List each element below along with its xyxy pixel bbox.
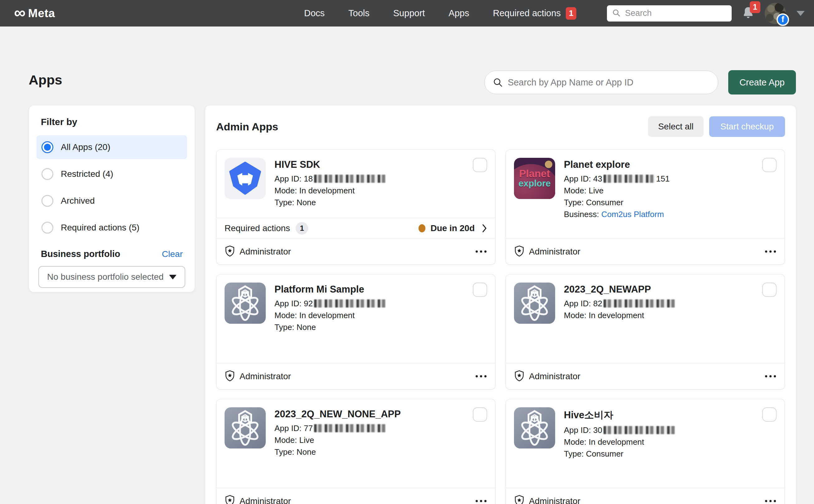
chevron-right-icon [482, 224, 487, 233]
more-options-button[interactable] [475, 497, 487, 504]
page-title: Apps [29, 72, 62, 88]
notifications-badge: 1 [750, 1, 760, 13]
more-options-button[interactable] [764, 372, 777, 380]
facebook-badge-icon: f [777, 13, 789, 26]
app-card: Platform Mi SampleApp ID: 92Mode: In dev… [216, 274, 496, 390]
app-select-checkbox[interactable] [473, 283, 487, 297]
required-actions-left: Required actions1 [225, 222, 308, 235]
notifications-button[interactable]: 1 [741, 6, 755, 21]
role-label: Administrator [240, 496, 291, 504]
app-name: 2023_2Q_NEWAPP [564, 284, 675, 295]
meta-logo[interactable]: ∞ Meta [14, 5, 55, 22]
admin-role: Administrator [225, 245, 291, 258]
business-portfolio-select[interactable]: No business portfolio selected [38, 266, 185, 288]
app-name: Platform Mi Sample [274, 284, 386, 295]
app-card-footer: Administrator [506, 488, 785, 504]
app-select-checkbox[interactable] [473, 158, 487, 172]
app-business: Business: Com2us Platform [564, 210, 670, 219]
search-icon [612, 8, 621, 18]
profile-menu[interactable]: f [765, 3, 786, 24]
required-actions-badge: 1 [566, 7, 576, 20]
more-options-button[interactable] [764, 247, 777, 256]
app-card-top: Platform Mi SampleApp ID: 92Mode: In dev… [216, 274, 495, 363]
app-id-redacted [314, 299, 386, 308]
required-actions-due: Due in 20d [419, 223, 487, 233]
admin-role: Administrator [514, 370, 580, 383]
nav-link-docs[interactable]: Docs [304, 8, 325, 18]
filter-option-2[interactable]: Archived [36, 189, 187, 213]
app-id-redacted [314, 424, 386, 432]
more-options-button[interactable] [475, 372, 487, 380]
filter-option-3[interactable]: Required actions (5) [36, 216, 187, 240]
app-mode: Mode: In development [564, 311, 675, 320]
navbar-search-input[interactable] [625, 8, 727, 18]
nav-link-apps[interactable]: Apps [448, 8, 469, 18]
app-card-top: HIVE SDKApp ID: 18Mode: In developmentTy… [216, 150, 495, 218]
admin-apps-title: Admin Apps [216, 121, 278, 133]
shield-star-icon [225, 370, 235, 383]
app-info: 2023_2Q_NEWAPPApp ID: 82Mode: In develop… [564, 283, 675, 322]
app-id-text: App ID: 82 [564, 299, 602, 308]
app-select-checkbox[interactable] [762, 283, 777, 297]
navbar-search[interactable] [607, 5, 732, 22]
admin-role: Administrator [514, 245, 580, 258]
app-mode: Mode: Live [274, 435, 401, 445]
app-card-top: 2023_2Q_NEW_NONE_APPApp ID: 77Mode: Live… [216, 399, 495, 488]
app-name: Planet explore [564, 159, 670, 170]
chevron-right-icon [482, 224, 487, 233]
create-app-button[interactable]: Create App [728, 70, 796, 95]
shield-star-icon [225, 495, 235, 504]
app-id-line: App ID: 18 [274, 174, 386, 184]
nav-link-tools[interactable]: Tools [348, 8, 370, 18]
admin-role: Administrator [514, 495, 580, 504]
navbar-right: 1 f [607, 3, 805, 24]
filter-option-1[interactable]: Restricted (4) [36, 162, 187, 186]
meta-infinity-icon: ∞ [14, 4, 26, 21]
nav-link-required-actions[interactable]: Required actions 1 [493, 7, 576, 20]
app-select-checkbox[interactable] [473, 407, 487, 422]
default-app-icon [225, 407, 266, 448]
required-actions-row[interactable]: Required actions1Due in 20d [216, 218, 495, 238]
shield-star-icon [514, 245, 525, 257]
app-card-top: 2023_2Q_NEWAPPApp ID: 82Mode: In develop… [506, 274, 785, 363]
more-options-button[interactable] [764, 497, 777, 504]
app-info: Hive소비자App ID: 30Mode: In developmentTyp… [564, 407, 675, 461]
profile-caret-icon[interactable] [797, 11, 805, 16]
nav-link-support[interactable]: Support [393, 8, 425, 18]
business-link[interactable]: Com2us Platform [601, 210, 664, 219]
shield-star-icon [514, 495, 525, 504]
filter-option-0[interactable]: All Apps (20) [36, 135, 187, 159]
role-label: Administrator [529, 247, 580, 257]
app-id-line: App ID: 30 [564, 425, 675, 435]
shield-star-icon [225, 370, 235, 382]
app-select-checkbox[interactable] [762, 407, 777, 422]
atom-icon [514, 407, 555, 448]
required-actions-label: Required actions [493, 8, 561, 18]
start-checkup-button[interactable]: Start checkup [709, 116, 785, 137]
app-info: 2023_2Q_NEW_NONE_APPApp ID: 77Mode: Live… [274, 407, 401, 459]
app-search-input[interactable] [484, 70, 718, 94]
planet-icon-text: Planetexplore [514, 158, 555, 199]
clear-link[interactable]: Clear [162, 249, 183, 259]
app-type: Type: Consumer [564, 198, 670, 207]
app-card-footer: Administrator [506, 363, 785, 389]
app-info: Platform Mi SampleApp ID: 92Mode: In dev… [274, 283, 386, 334]
more-options-button[interactable] [475, 247, 487, 256]
app-id-line: App ID: 92 [274, 299, 386, 308]
app-card: HIVE SDKApp ID: 18Mode: In developmentTy… [216, 149, 496, 265]
app-type: Type: Consumer [564, 449, 675, 459]
app-select-checkbox[interactable] [762, 158, 777, 172]
app-id-redacted [603, 299, 675, 308]
hive-shield-icon [225, 158, 266, 199]
atom-icon [225, 407, 266, 448]
app-id-text: App ID: 30 [564, 425, 602, 435]
app-id-line: App ID: 43151 [564, 174, 670, 184]
app-id-line: App ID: 77 [274, 424, 401, 433]
app-id-suffix: 151 [656, 174, 670, 183]
app-info: Planet exploreApp ID: 43151Mode: LiveTyp… [564, 158, 670, 221]
business-label: Business: [564, 210, 599, 219]
role-label: Administrator [240, 247, 291, 257]
select-all-button[interactable]: Select all [648, 116, 704, 137]
shield-star-icon [225, 495, 235, 504]
radio-selected-icon [41, 141, 53, 153]
